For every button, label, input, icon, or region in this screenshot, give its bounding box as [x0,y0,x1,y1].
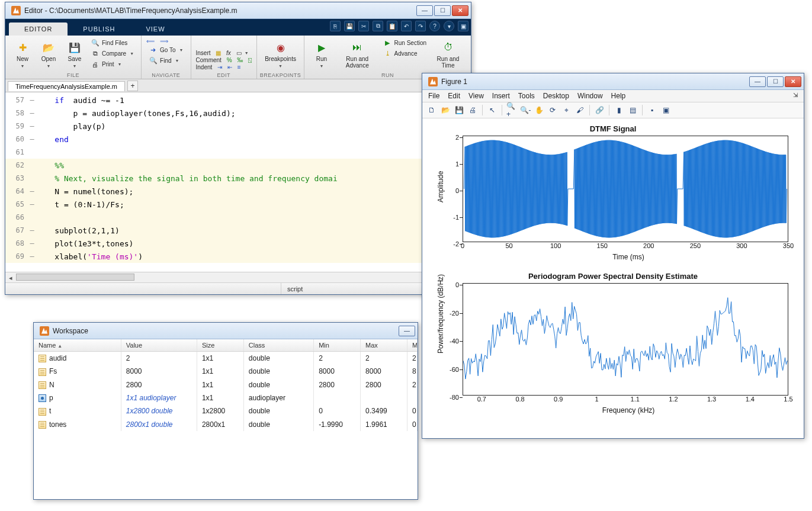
new-doc-tab-button[interactable]: + [127,81,138,91]
tab-editor[interactable]: EDITOR [9,23,68,36]
document-tab[interactable]: TimeFrequencyAnalysisExample.m [8,81,125,91]
editor-titlebar[interactable]: Editor - C:\Documents\MATLAB\TimeFrequen… [5,2,471,19]
table-row[interactable]: p1x1 audioplayer1x1audioplayer [34,391,418,404]
scroll-thumb[interactable] [16,274,134,281]
menu-help[interactable]: Help [611,92,626,100]
table-row[interactable]: Fs80001x1double800080008 [34,365,418,378]
code-line[interactable]: 69– xlabel('Time (ms)') [5,250,471,263]
open-figure-icon[interactable]: 📂 [439,104,451,116]
code-line[interactable]: 57– if audid ~= -1 [5,94,471,107]
scroll-left-icon[interactable]: ◂ [5,272,16,283]
close-button[interactable]: ✕ [452,5,468,16]
table-row[interactable]: N28001x1double280028002 [34,378,418,391]
hide-tools-icon[interactable]: ▪ [646,104,658,116]
indent-row[interactable]: Indent ⇥ ⇤ ≡ [196,64,252,70]
col-name[interactable]: Name▲ [34,339,121,351]
show-tools-icon[interactable]: ▣ [660,104,672,116]
code-line[interactable]: 66 [5,211,471,224]
minimize-button[interactable]: — [416,5,433,16]
menu-edit[interactable]: Edit [448,92,460,100]
maximize-button[interactable]: ☐ [767,76,784,87]
qat-help-icon[interactable]: ? [429,21,440,31]
col-size[interactable]: Size [197,339,244,351]
figure-titlebar[interactable]: Figure 1 — ☐ ✕ [422,73,804,90]
print-button[interactable]: 🖨Print▼ [88,59,136,69]
tab-publish[interactable]: PUBLISH [68,23,130,36]
pan-icon[interactable]: ✋ [533,104,545,116]
horizontal-scrollbar[interactable]: ◂ ▸ [5,272,471,282]
chart2-axes[interactable] [463,283,788,396]
code-line[interactable]: 64– N = numel(tones); [5,185,471,198]
run-section-button[interactable]: ▶Run Section [381,38,429,48]
table-row[interactable]: tones2800x1 double2800x1double-1.99901.9… [34,418,418,431]
code-line[interactable]: 63 % Next, visualize the signal in both … [5,172,471,185]
comment-row[interactable]: Comment % ‰ ⍂ [196,57,252,63]
save-figure-icon[interactable]: 💾 [453,104,465,116]
code-line[interactable]: 62 %% [5,159,471,172]
col-class[interactable]: Class [244,339,314,351]
colorbar-icon[interactable]: ▮ [613,104,625,116]
minimize-button[interactable]: — [399,326,415,336]
code-line[interactable]: 65– t = (0:N-1)/Fs; [5,198,471,211]
menu-desktop[interactable]: Desktop [543,92,569,100]
code-editor[interactable]: 57– if audid ~= -158– p = audioplayer(to… [5,92,471,272]
rotate-icon[interactable]: ⟳ [547,104,559,116]
table-row[interactable]: t1x2800 double1x2800double00.34990 [34,404,418,417]
qat-icon[interactable]: ⎘ [330,21,341,31]
qat-paste-icon[interactable]: 📋 [387,21,397,31]
menu-dock-icon[interactable]: ⇲ [793,92,798,100]
datatip-icon[interactable]: ⌖ [560,104,572,116]
zoom-out-icon[interactable]: 🔍- [519,104,531,116]
tab-view[interactable]: VIEW [130,23,180,36]
qat-dock-icon[interactable]: ▣ [458,21,468,31]
workspace-titlebar[interactable]: Workspace — [34,323,418,339]
col-more[interactable]: M [407,339,418,351]
minimize-button[interactable]: — [749,76,766,87]
code-line[interactable]: 67– subplot(2,1,1) [5,224,471,237]
menu-file[interactable]: File [428,92,439,100]
maximize-button[interactable]: ☐ [434,5,451,16]
link-icon[interactable]: 🔗 [593,104,605,116]
qat-redo-icon[interactable]: ↷ [415,21,426,31]
col-value[interactable]: Value [121,339,197,351]
menu-insert[interactable]: Insert [492,92,510,100]
qat-save-icon[interactable]: 💾 [344,21,355,31]
code-line[interactable]: 60– end [5,133,471,146]
find-files-button[interactable]: 🔍Find Files [88,38,136,48]
workspace-header-row[interactable]: Name▲ Value Size Class Min Max M [34,339,418,352]
close-button[interactable]: ✕ [785,76,801,87]
run-button[interactable]: ▶Run▼ [309,38,334,70]
compare-button[interactable]: ⧉Compare▼ [88,49,136,59]
qat-undo-icon[interactable]: ↶ [401,21,412,31]
code-line[interactable]: 58– p = audioplayer(tones,Fs,16,audid); [5,107,471,120]
new-button[interactable]: ✚New▼ [10,38,35,70]
insert-row[interactable]: Insert ▦ fx ▭▼ [196,50,252,56]
code-line[interactable]: 68– plot(1e3*t,tones) [5,237,471,250]
qat-cut-icon[interactable]: ✂ [358,21,369,31]
menu-tools[interactable]: Tools [518,92,535,100]
advance-button[interactable]: ⤓Advance [381,49,429,59]
goto-button[interactable]: ➜Go To▼ [146,45,185,55]
save-button[interactable]: 💾Save▼ [62,38,87,70]
nav-back-forward[interactable]: ⟸ ⟹ [146,38,185,44]
menu-view[interactable]: View [468,92,484,100]
legend-icon[interactable]: ▤ [627,104,638,116]
table-row[interactable]: audid21x1double222 [34,352,418,365]
col-max[interactable]: Max [361,339,407,351]
brush-icon[interactable]: 🖌 [574,104,586,116]
new-figure-icon[interactable]: 🗋 [426,104,438,116]
pointer-icon[interactable]: ↖ [486,104,498,116]
code-line[interactable]: 61 [5,146,471,159]
menu-window[interactable]: Window [577,92,603,100]
chart1-axes[interactable] [463,136,788,242]
col-min[interactable]: Min [314,339,361,351]
zoom-in-icon[interactable]: 🔍+ [506,104,518,116]
run-advance-button[interactable]: ⏭Run and Advance [335,38,380,70]
print-icon[interactable]: 🖨 [467,104,479,116]
qat-copy-icon[interactable]: ⧉ [373,21,383,31]
breakpoints-button[interactable]: ◉Breakpoints▼ [262,38,299,70]
qat-dropdown-icon[interactable]: ▾ [444,21,454,31]
run-time-button[interactable]: ⏱Run and Time [430,38,466,70]
find-button[interactable]: 🔍Find▼ [146,56,185,66]
code-line[interactable]: 59– play(p) [5,120,471,133]
